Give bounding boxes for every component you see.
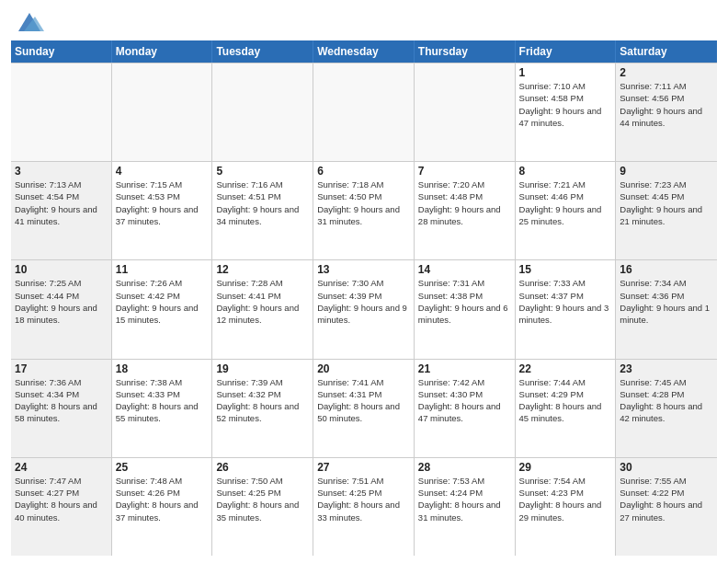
weekday-header-thursday: Thursday: [415, 40, 516, 63]
day-info: Sunrise: 7:10 AM Sunset: 4:58 PM Dayligh…: [519, 80, 612, 129]
day-number: 20: [317, 362, 410, 375]
day-number: 15: [519, 263, 612, 276]
day-cell-1: 1Sunrise: 7:10 AM Sunset: 4:58 PM Daylig…: [516, 63, 617, 161]
day-info: Sunrise: 7:15 AM Sunset: 4:53 PM Dayligh…: [116, 178, 209, 227]
day-cell-28: 28Sunrise: 7:53 AM Sunset: 4:24 PM Dayli…: [415, 458, 516, 556]
day-number: 18: [116, 362, 209, 375]
day-cell-4: 4Sunrise: 7:15 AM Sunset: 4:53 PM Daylig…: [112, 162, 213, 259]
day-info: Sunrise: 7:26 AM Sunset: 4:42 PM Dayligh…: [116, 277, 209, 326]
day-number: 12: [216, 263, 309, 276]
empty-cell: [112, 63, 213, 161]
day-number: 17: [15, 362, 108, 375]
logo: [11, 9, 44, 35]
weekday-header-wednesday: Wednesday: [313, 40, 415, 63]
day-cell-24: 24Sunrise: 7:47 AM Sunset: 4:27 PM Dayli…: [11, 458, 112, 556]
day-number: 26: [216, 461, 309, 474]
day-number: 4: [116, 165, 209, 178]
day-number: 24: [15, 461, 108, 474]
day-number: 10: [15, 263, 108, 276]
empty-cell: [212, 63, 313, 161]
empty-cell: [313, 63, 415, 161]
day-info: Sunrise: 7:50 AM Sunset: 4:25 PM Dayligh…: [216, 475, 309, 523]
day-number: 23: [620, 362, 713, 375]
day-info: Sunrise: 7:16 AM Sunset: 4:51 PM Dayligh…: [216, 178, 309, 227]
day-number: 22: [519, 362, 612, 375]
day-cell-13: 13Sunrise: 7:30 AM Sunset: 4:39 PM Dayli…: [313, 260, 415, 358]
day-info: Sunrise: 7:33 AM Sunset: 4:37 PM Dayligh…: [519, 277, 612, 326]
day-number: 16: [620, 263, 713, 276]
day-info: Sunrise: 7:18 AM Sunset: 4:50 PM Dayligh…: [317, 178, 410, 227]
day-cell-27: 27Sunrise: 7:51 AM Sunset: 4:25 PM Dayli…: [313, 458, 415, 556]
day-number: 27: [317, 461, 410, 474]
day-cell-2: 2Sunrise: 7:11 AM Sunset: 4:56 PM Daylig…: [616, 63, 717, 161]
calendar-body: 1Sunrise: 7:10 AM Sunset: 4:58 PM Daylig…: [11, 63, 717, 556]
day-number: 11: [116, 263, 209, 276]
day-info: Sunrise: 7:31 AM Sunset: 4:38 PM Dayligh…: [418, 277, 511, 326]
day-cell-20: 20Sunrise: 7:41 AM Sunset: 4:31 PM Dayli…: [313, 360, 415, 457]
day-info: Sunrise: 7:44 AM Sunset: 4:29 PM Dayligh…: [519, 376, 612, 425]
day-info: Sunrise: 7:54 AM Sunset: 4:23 PM Dayligh…: [519, 475, 612, 523]
day-cell-23: 23Sunrise: 7:45 AM Sunset: 4:28 PM Dayli…: [616, 360, 717, 457]
day-info: Sunrise: 7:38 AM Sunset: 4:33 PM Dayligh…: [116, 376, 209, 425]
page: SundayMondayTuesdayWednesdayThursdayFrid…: [0, 0, 728, 563]
day-number: 30: [620, 461, 713, 474]
day-cell-22: 22Sunrise: 7:44 AM Sunset: 4:29 PM Dayli…: [516, 360, 617, 457]
day-info: Sunrise: 7:47 AM Sunset: 4:27 PM Dayligh…: [15, 475, 108, 523]
week-row-2: 3Sunrise: 7:13 AM Sunset: 4:54 PM Daylig…: [11, 161, 717, 259]
day-cell-3: 3Sunrise: 7:13 AM Sunset: 4:54 PM Daylig…: [11, 162, 112, 259]
day-info: Sunrise: 7:45 AM Sunset: 4:28 PM Dayligh…: [620, 376, 713, 425]
day-cell-26: 26Sunrise: 7:50 AM Sunset: 4:25 PM Dayli…: [212, 458, 313, 556]
day-cell-7: 7Sunrise: 7:20 AM Sunset: 4:48 PM Daylig…: [415, 162, 516, 259]
empty-cell: [415, 63, 516, 161]
day-info: Sunrise: 7:28 AM Sunset: 4:41 PM Dayligh…: [216, 277, 309, 326]
day-info: Sunrise: 7:30 AM Sunset: 4:39 PM Dayligh…: [317, 277, 410, 326]
weekday-header-friday: Friday: [516, 40, 617, 63]
weekday-header-sunday: Sunday: [11, 40, 112, 63]
week-row-5: 24Sunrise: 7:47 AM Sunset: 4:27 PM Dayli…: [11, 457, 717, 556]
day-cell-6: 6Sunrise: 7:18 AM Sunset: 4:50 PM Daylig…: [313, 162, 415, 259]
day-info: Sunrise: 7:20 AM Sunset: 4:48 PM Dayligh…: [418, 178, 511, 227]
day-number: 1: [519, 66, 612, 79]
day-info: Sunrise: 7:42 AM Sunset: 4:30 PM Dayligh…: [418, 376, 511, 425]
day-number: 3: [15, 165, 108, 178]
weekday-header-tuesday: Tuesday: [212, 40, 313, 63]
day-info: Sunrise: 7:51 AM Sunset: 4:25 PM Dayligh…: [317, 475, 410, 523]
day-number: 2: [620, 66, 713, 79]
calendar-header: SundayMondayTuesdayWednesdayThursdayFrid…: [11, 40, 717, 63]
calendar: SundayMondayTuesdayWednesdayThursdayFrid…: [11, 40, 717, 556]
day-cell-25: 25Sunrise: 7:48 AM Sunset: 4:26 PM Dayli…: [112, 458, 213, 556]
day-cell-9: 9Sunrise: 7:23 AM Sunset: 4:45 PM Daylig…: [616, 162, 717, 259]
day-info: Sunrise: 7:21 AM Sunset: 4:46 PM Dayligh…: [519, 178, 612, 227]
empty-cell: [11, 63, 112, 161]
week-row-1: 1Sunrise: 7:10 AM Sunset: 4:58 PM Daylig…: [11, 63, 717, 161]
day-number: 6: [317, 165, 410, 178]
day-cell-15: 15Sunrise: 7:33 AM Sunset: 4:37 PM Dayli…: [516, 260, 617, 358]
logo-icon: [15, 9, 44, 35]
day-cell-8: 8Sunrise: 7:21 AM Sunset: 4:46 PM Daylig…: [516, 162, 617, 259]
weekday-header-saturday: Saturday: [616, 40, 717, 63]
day-cell-18: 18Sunrise: 7:38 AM Sunset: 4:33 PM Dayli…: [112, 360, 213, 457]
day-number: 9: [620, 165, 713, 178]
header: [11, 9, 717, 35]
week-row-3: 10Sunrise: 7:25 AM Sunset: 4:44 PM Dayli…: [11, 259, 717, 358]
day-info: Sunrise: 7:25 AM Sunset: 4:44 PM Dayligh…: [15, 277, 108, 326]
day-info: Sunrise: 7:34 AM Sunset: 4:36 PM Dayligh…: [620, 277, 713, 326]
day-info: Sunrise: 7:53 AM Sunset: 4:24 PM Dayligh…: [418, 475, 511, 523]
day-number: 28: [418, 461, 511, 474]
weekday-header-monday: Monday: [112, 40, 213, 63]
day-info: Sunrise: 7:55 AM Sunset: 4:22 PM Dayligh…: [620, 475, 713, 523]
day-cell-29: 29Sunrise: 7:54 AM Sunset: 4:23 PM Dayli…: [516, 458, 617, 556]
day-number: 5: [216, 165, 309, 178]
day-cell-5: 5Sunrise: 7:16 AM Sunset: 4:51 PM Daylig…: [212, 162, 313, 259]
day-cell-10: 10Sunrise: 7:25 AM Sunset: 4:44 PM Dayli…: [11, 260, 112, 358]
day-number: 13: [317, 263, 410, 276]
day-number: 21: [418, 362, 511, 375]
day-cell-21: 21Sunrise: 7:42 AM Sunset: 4:30 PM Dayli…: [415, 360, 516, 457]
day-info: Sunrise: 7:41 AM Sunset: 4:31 PM Dayligh…: [317, 376, 410, 425]
day-info: Sunrise: 7:11 AM Sunset: 4:56 PM Dayligh…: [620, 80, 713, 129]
day-info: Sunrise: 7:23 AM Sunset: 4:45 PM Dayligh…: [620, 178, 713, 227]
day-cell-16: 16Sunrise: 7:34 AM Sunset: 4:36 PM Dayli…: [616, 260, 717, 358]
day-number: 14: [418, 263, 511, 276]
day-info: Sunrise: 7:39 AM Sunset: 4:32 PM Dayligh…: [216, 376, 309, 425]
day-cell-11: 11Sunrise: 7:26 AM Sunset: 4:42 PM Dayli…: [112, 260, 213, 358]
